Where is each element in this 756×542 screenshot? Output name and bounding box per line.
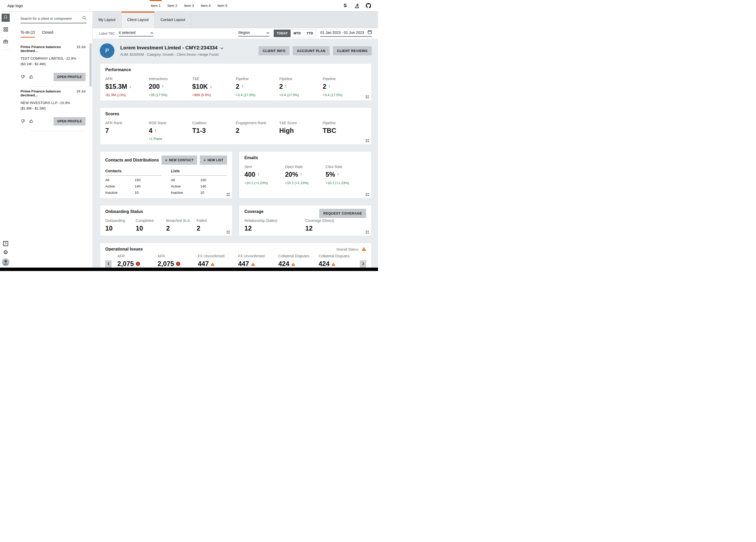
region-select[interactable]: Region — [238, 30, 269, 36]
metric-label: Click Rate — [325, 165, 366, 169]
thumbs-down-icon[interactable] — [20, 75, 25, 79]
metric-delta: +$99 (9.9%) — [192, 93, 236, 97]
card-title: Emails — [244, 155, 366, 160]
help-icon[interactable]: ? — [3, 241, 8, 246]
metric-label: ROE Rank — [149, 121, 192, 125]
github-icon[interactable] — [365, 3, 371, 9]
thumbs-down-icon[interactable] — [20, 119, 25, 123]
metric-value: 12 — [244, 225, 252, 232]
metric-value: 424 — [319, 260, 330, 267]
tab-todo[interactable]: To do (2) — [20, 30, 35, 38]
metric-label: Pipeline — [279, 77, 323, 81]
expand-icon[interactable] — [365, 230, 369, 234]
metric-interactions: Interactions 200↑ +35 (17.5%) — [149, 77, 192, 97]
chevron-down-icon — [266, 30, 269, 35]
tab-client-layout[interactable]: Client Layout — [122, 12, 155, 28]
metric-value: 7 — [105, 127, 109, 134]
metric-value: 12 — [305, 225, 313, 232]
new-list-button[interactable]: + NEW LIST — [200, 155, 227, 165]
metric-coverage-direct: Coverage (Direct) 12 — [305, 218, 366, 232]
onboarding-card: Onboarding Status Outstanding 10 Complet… — [100, 205, 233, 236]
account-plan-button[interactable]: ACCOUNT PLAN — [293, 46, 330, 55]
filter-label: Label TBC — [99, 31, 115, 35]
open-profile-button[interactable]: OPEN PROFILE — [54, 73, 86, 81]
nav-item-2[interactable]: Item 2 — [167, 0, 177, 11]
nav-item-3[interactable]: Item 3 — [184, 0, 194, 11]
metric-label: Pipeline — [236, 77, 279, 81]
notification-title: Prime Finance balances declined... — [20, 89, 74, 97]
label-multiselect[interactable]: 4 selected — [119, 30, 153, 36]
metric-label: T&E Score — [279, 121, 323, 125]
expand-icon[interactable] — [226, 193, 230, 196]
metric-delta: +10.1 (+1.23%) — [285, 181, 326, 185]
layout-tabs: My Layout Client Layout Contact Layout — [93, 12, 378, 28]
carousel-right-button[interactable] — [360, 260, 366, 267]
chevron-down-icon — [150, 30, 153, 35]
client-reviews-button[interactable]: CLIENT REVIEWS — [333, 46, 372, 55]
open-profile-button[interactable]: OPEN PROFILE — [54, 117, 86, 125]
carousel-left-button[interactable] — [105, 260, 112, 267]
request-coverage-button[interactable]: REQUEST COVERAGE — [319, 209, 366, 218]
user-avatar[interactable] — [2, 258, 9, 266]
metric-value: TBC — [323, 127, 336, 134]
metric-delta: -$1.9M (13%) — [105, 93, 149, 97]
period-toggle: TODAY MTD YTD — [274, 29, 316, 37]
new-contact-button[interactable]: + NEW CONTACT — [161, 155, 197, 165]
notifications-rail-button[interactable] — [2, 14, 10, 22]
divider — [30, 131, 86, 131]
thumbs-up-icon[interactable] — [29, 119, 34, 123]
dashboard-rail-button[interactable] — [2, 26, 10, 34]
top-nav: Item 1 Item 2 Item 3 Item 4 Item 5 — [151, 0, 227, 11]
search-icon[interactable] — [82, 16, 87, 21]
metric-te: T&E $10K↓ +$99 (9.9%) — [192, 77, 236, 97]
metric-open-rate: Open Rate 20%↑ +10.1 (+1.23%) — [285, 165, 326, 185]
date-range-picker[interactable]: 01 Jan 2023 - 01 Jun 2023 — [320, 30, 372, 37]
metric-delta: +3.4 (17.5%) — [236, 93, 279, 97]
thumbs-up-icon[interactable] — [29, 75, 34, 79]
expand-icon[interactable] — [365, 139, 369, 143]
tab-my-layout[interactable]: My Layout — [93, 12, 122, 28]
error-octagon-icon — [136, 260, 140, 267]
plus-icon: + — [165, 158, 167, 162]
portfolio-rail-button[interactable] — [2, 38, 10, 46]
metric-label: Completed — [136, 218, 166, 223]
notification-item: Prime Finance balances declined... 19 Ju… — [11, 42, 92, 87]
expand-icon[interactable] — [365, 193, 369, 196]
expand-icon[interactable] — [365, 95, 369, 99]
settings-gear-icon[interactable]: ⚙ — [3, 249, 8, 255]
emails-card: Emails Sent 400↑ +10.1 (+1.23%) Open Rat… — [239, 151, 372, 198]
stackoverflow-icon[interactable] — [354, 3, 360, 9]
metric-value: High — [279, 127, 294, 134]
notification-item: Prime Finance balances declined... 19 Ju… — [11, 87, 92, 131]
metric-label: Pipeline — [323, 77, 366, 81]
metric-value: 400 — [244, 171, 255, 178]
client-avatar: P — [100, 43, 114, 58]
toggle-mtd[interactable]: MTD — [291, 30, 303, 37]
toggle-ytd[interactable]: YTD — [303, 30, 316, 37]
expand-icon[interactable] — [226, 230, 230, 234]
metric-engagement-rank: Engagement Rank 2 — [236, 121, 279, 141]
app-logo: App logo — [7, 3, 23, 8]
top-bar: App logo Item 1 Item 2 Item 3 Item 4 Ite… — [0, 0, 378, 12]
client-info-button[interactable]: CLIENT INFO — [259, 46, 290, 55]
s-brand-icon[interactable]: S — [342, 3, 348, 9]
toggle-today[interactable]: TODAY — [274, 30, 291, 37]
metric-label: Coalition — [192, 121, 236, 125]
column-header: Lists — [171, 169, 227, 176]
tab-contact-layout[interactable]: Contact Layout — [155, 12, 191, 28]
client-name-dropdown[interactable]: Lorem Investment Limted - CMY2:234334 — [120, 45, 223, 51]
icon-rail: ? ⚙ — [0, 12, 11, 267]
page: App logo Item 1 Item 2 Item 3 Item 4 Ite… — [0, 0, 378, 271]
search-input[interactable] — [20, 17, 82, 20]
table-row: Active140 — [105, 184, 161, 188]
table-row: Inactive10 — [171, 191, 227, 194]
nav-item-5[interactable]: Item 5 — [217, 0, 227, 11]
tab-closed[interactable]: Closed — [42, 30, 53, 38]
panel-scrollbar[interactable] — [90, 43, 92, 87]
plus-icon: + — [203, 158, 206, 162]
metric-label: Open Rate — [285, 165, 326, 169]
nav-item-1[interactable]: Item 1 — [151, 0, 161, 11]
metric-pipeline: Pipeline 2↑ +3.4 (17.5%) — [236, 77, 279, 97]
notification-date: 19 Jul — [76, 89, 86, 93]
nav-item-4[interactable]: Item 4 — [201, 0, 211, 11]
